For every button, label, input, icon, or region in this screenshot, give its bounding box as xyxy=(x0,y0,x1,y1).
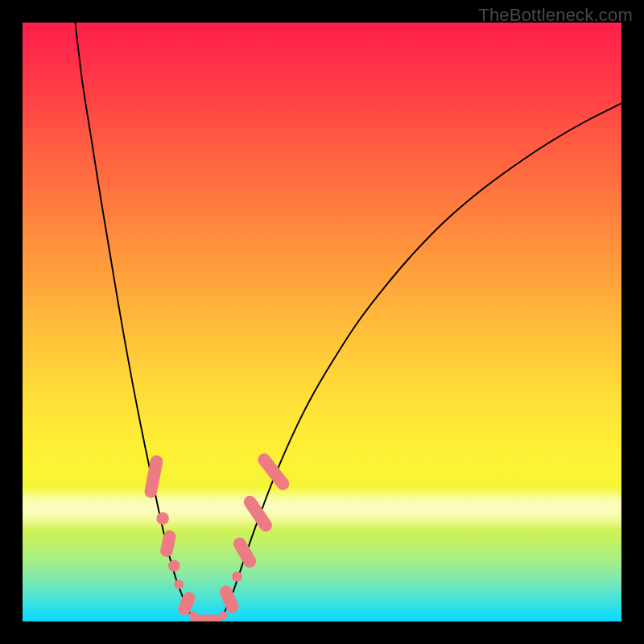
data-point xyxy=(232,572,242,582)
data-point xyxy=(168,560,180,572)
data-capsule xyxy=(231,535,258,570)
data-point xyxy=(174,580,184,589)
chart-frame: TheBottleneck.com xyxy=(0,0,644,644)
data-point xyxy=(219,611,227,619)
data-capsule xyxy=(143,454,164,499)
data-capsule xyxy=(255,451,291,493)
data-capsule xyxy=(217,584,241,615)
data-capsule xyxy=(159,529,177,558)
data-point xyxy=(156,512,169,525)
watermark-text: TheBottleneck.com xyxy=(478,5,633,26)
bottleneck-curve xyxy=(75,23,621,621)
data-capsule xyxy=(242,493,275,535)
curve-overlay xyxy=(23,23,621,621)
plot-area xyxy=(23,23,621,621)
data-capsule xyxy=(190,614,221,621)
